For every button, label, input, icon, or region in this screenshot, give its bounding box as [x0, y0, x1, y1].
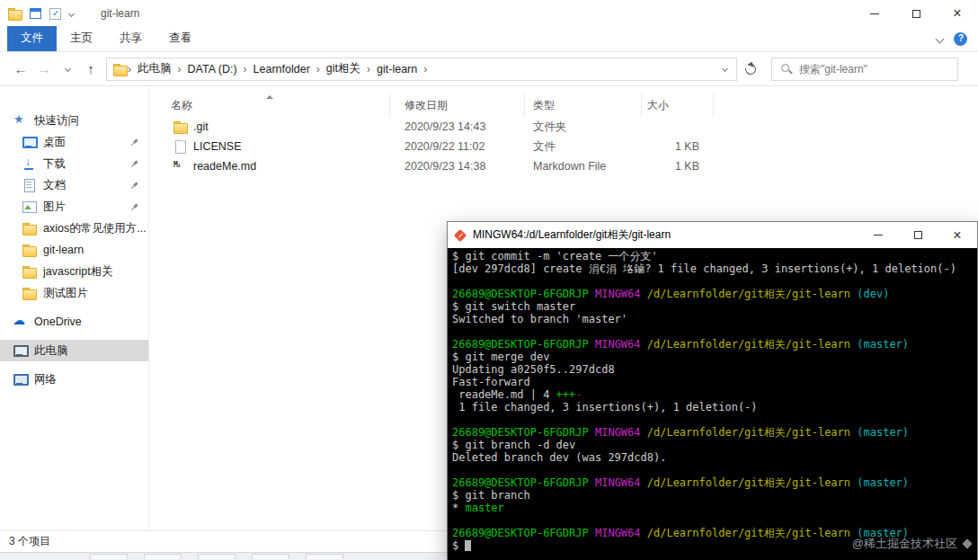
ribbon-tab-share[interactable]: 共享 — [106, 26, 156, 51]
pin-icon — [128, 156, 142, 171]
file-date: 2020/9/23 14:38 — [390, 160, 525, 173]
ribbon-tab-home[interactable]: 主页 — [57, 26, 106, 51]
pin-icon — [128, 135, 142, 149]
star-icon — [13, 113, 27, 128]
sidebar-item-axios-folder[interactable]: axios的常见使用方... — [0, 218, 148, 239]
navigation-bar: ›此电脑›DATA (D:)›Learnfolder›git相关›git-lea… — [0, 52, 978, 86]
ribbon-expand-icon[interactable] — [936, 35, 945, 44]
breadcrumb-item[interactable]: git-learn — [371, 63, 422, 76]
sort-ascending-icon — [266, 95, 273, 99]
sidebar-item-git-learn-folder[interactable]: git-learn — [0, 239, 148, 261]
taskbar-item[interactable] — [144, 554, 182, 559]
terminal-line: [dev 297dcd8] create 涓€涓 垎鏀? 1 file chan… — [452, 262, 973, 275]
sidebar-item-javascript-folder[interactable]: javascript相关 — [0, 261, 148, 282]
file-icon — [173, 139, 187, 154]
folder-icon — [22, 243, 36, 257]
sidebar-item-documents[interactable]: 文档 — [0, 174, 148, 196]
terminal-line: Switched to branch 'master' — [452, 313, 973, 325]
git-bash-icon — [454, 229, 467, 242]
watermark-text: @稀土掘金技术社区 — [852, 536, 957, 552]
terminal-minimize-button[interactable] — [858, 222, 898, 248]
file-name: readeMe.md — [193, 160, 256, 173]
column-header-type[interactable]: 类型 — [525, 93, 642, 117]
up-button[interactable] — [79, 58, 102, 81]
close-icon — [953, 227, 961, 244]
file-row[interactable]: .git2020/9/23 14:43文件夹 — [149, 117, 978, 137]
ribbon-tab-view[interactable]: 查看 — [156, 26, 205, 51]
sidebar-item-downloads[interactable]: 下载 — [0, 153, 148, 174]
address-dropdown-icon[interactable] — [722, 66, 728, 72]
refresh-button[interactable] — [737, 58, 764, 81]
file-name: LICENSE — [193, 140, 242, 153]
sidebar-item-this-pc[interactable]: 此电脑 — [0, 340, 148, 361]
column-header-label: 修改日期 — [405, 98, 448, 113]
breadcrumb-item[interactable]: git相关 — [321, 61, 366, 76]
taskbar-item[interactable] — [90, 554, 128, 559]
sidebar-item-label: OneDrive — [34, 316, 82, 328]
back-arrow-icon — [14, 61, 28, 76]
terminal-line: Fast-forward — [452, 376, 973, 388]
pin-icon — [128, 178, 142, 192]
file-rows: .git2020/9/23 14:43文件夹LICENSE2020/9/22 1… — [149, 117, 978, 176]
history-dropdown-button[interactable] — [56, 58, 79, 81]
file-size: 1 KB — [642, 140, 714, 153]
ribbon-tab-file[interactable]: 文件 — [7, 26, 57, 51]
sidebar-item-network[interactable]: 网络 — [0, 369, 148, 390]
close-button[interactable] — [937, 0, 978, 27]
back-button[interactable] — [9, 58, 32, 81]
file-row[interactable]: LICENSE2020/9/22 11:02文件1 KB — [149, 137, 978, 156]
terminal-line: 26689@DESKTOP-6FGDRJP MINGW64 /d/Learnfo… — [452, 426, 973, 439]
column-header-name[interactable]: 名称 — [149, 93, 390, 117]
file-name-cell: .git — [149, 120, 390, 134]
network-icon — [13, 372, 27, 387]
file-row[interactable]: readeMe.md2020/9/23 14:38Markdown File1 … — [149, 156, 978, 176]
explorer-titlebar: git-learn — [0, 0, 978, 27]
forward-button[interactable] — [32, 58, 56, 81]
maximize-icon — [912, 10, 920, 18]
terminal-title: MINGW64:/d/Learnfolder/git相关/git-learn — [473, 227, 671, 243]
terminal-maximize-button[interactable] — [898, 222, 938, 248]
terminal-line: $ git branch — [452, 489, 973, 502]
file-type: Markdown File — [525, 160, 642, 173]
breadcrumb-item[interactable]: Learnfolder — [248, 63, 316, 76]
search-input[interactable] — [799, 63, 949, 76]
desktop-icon — [22, 135, 36, 149]
sidebar-item-onedrive[interactable]: OneDrive — [0, 311, 148, 333]
terminal-line — [452, 413, 973, 426]
qat-dropdown-icon[interactable] — [68, 10, 75, 16]
terminal-titlebar[interactable]: MINGW64:/d/Learnfolder/git相关/git-learn — [448, 222, 977, 248]
minimize-icon — [874, 235, 883, 236]
address-folder-icon — [112, 62, 127, 76]
sidebar-item-desktop[interactable]: 桌面 — [0, 131, 148, 153]
terminal-close-button[interactable] — [938, 222, 977, 248]
terminal-output[interactable]: $ git commit -m 'create 一个分支'[dev 297dcd… — [448, 248, 977, 560]
forward-arrow-icon — [38, 61, 51, 76]
address-bar[interactable]: ›此电脑›DATA (D:)›Learnfolder›git相关›git-lea… — [106, 58, 737, 81]
column-header-size[interactable]: 大小 — [642, 93, 714, 117]
taskbar-item[interactable] — [252, 554, 289, 559]
terminal-line — [452, 514, 973, 527]
properties-icon[interactable] — [30, 8, 41, 19]
sidebar-item-pictures[interactable]: 图片 — [0, 196, 148, 218]
markdown-icon — [173, 159, 187, 173]
taskbar-item[interactable] — [198, 554, 236, 559]
computer-icon — [13, 343, 27, 358]
minimize-button[interactable] — [854, 0, 895, 27]
help-icon[interactable] — [954, 32, 967, 46]
terminal-line: $ git branch -d dev — [452, 439, 973, 451]
breadcrumb-item[interactable]: DATA (D:) — [182, 63, 243, 76]
breadcrumb-chevron-icon[interactable]: › — [422, 63, 428, 76]
column-header-label: 大小 — [647, 98, 669, 113]
sidebar-item-test-images-folder[interactable]: 测试图片 — [0, 282, 148, 304]
terminal-line: 26689@DESKTOP-6FGDRJP MINGW64 /d/Learnfo… — [452, 288, 973, 300]
new-item-check-icon[interactable] — [49, 8, 61, 20]
sidebar-item-label: javascript相关 — [43, 264, 113, 280]
window-title: git-learn — [101, 7, 139, 20]
column-header-date[interactable]: 修改日期 — [390, 93, 525, 117]
file-name-cell: readeMe.md — [149, 159, 390, 173]
watermark: @稀土掘金技术社区 — [852, 536, 974, 552]
maximize-button[interactable] — [895, 0, 937, 27]
taskbar-item[interactable] — [306, 554, 343, 559]
breadcrumb-item[interactable]: 此电脑 — [132, 61, 177, 76]
sidebar-item-quick-access[interactable]: 快速访问 — [0, 110, 148, 131]
